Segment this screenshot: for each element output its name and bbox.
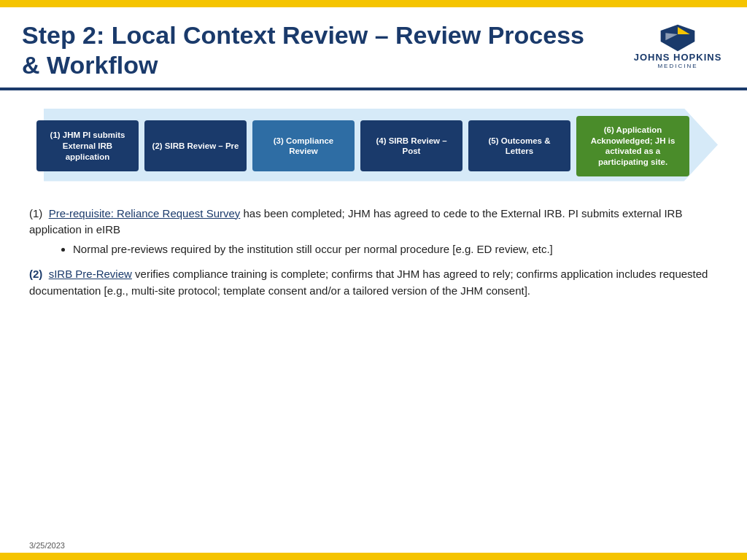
section1-link[interactable]: Pre-requisite: Reliance Request Survey [49, 207, 241, 219]
body-section-2: (2) sIRB Pre-Review verifies compliance … [29, 266, 718, 299]
steps-row: (1) JHM PI submits External IRB applicat… [29, 105, 718, 188]
page-title: Step 2: Local Context Review – Review Pr… [22, 20, 605, 80]
body-section-1-text: (1) Pre-requisite: Reliance Request Surv… [29, 206, 718, 238]
body-section-1: (1) Pre-requisite: Reliance Request Surv… [29, 206, 718, 258]
step-1: (1) JHM PI submits External IRB applicat… [36, 120, 139, 171]
section1-number: (1) [29, 207, 42, 219]
logo-name: JOHNS HOPKINS [634, 52, 722, 63]
step-2: (2) SIRB Review – Pre [144, 120, 247, 171]
body-section-2-text: (2) sIRB Pre-Review verifies compliance … [29, 266, 718, 299]
bullet-item-1: Normal pre-reviews required by the insti… [73, 241, 718, 258]
section2-number: (2) [29, 268, 42, 280]
step-4: (4) SIRB Review – Post [360, 120, 462, 171]
logo-subtitle: MEDICINE [657, 63, 697, 69]
workflow-container: (1) JHM PI submits External IRB applicat… [29, 105, 718, 192]
section1-bullets: Normal pre-reviews required by the insti… [73, 241, 718, 258]
top-bar [0, 0, 747, 7]
header: Step 2: Local Context Review – Review Pr… [0, 7, 747, 90]
step-5: (5) Outcomes & Letters [468, 120, 570, 171]
footer-date: 3/25/2023 [29, 541, 65, 550]
main-content: (1) JHM PI submits External IRB applicat… [0, 90, 747, 316]
section2-link[interactable]: sIRB Pre-Review [49, 268, 132, 280]
bottom-bar [0, 553, 747, 560]
jh-logo-icon [659, 23, 696, 52]
logo: JOHNS HOPKINS MEDICINE [630, 20, 725, 69]
step-3: (3) Compliance Review [252, 120, 355, 171]
step-6: (6) Application Acknowledged; JH is acti… [576, 116, 689, 177]
